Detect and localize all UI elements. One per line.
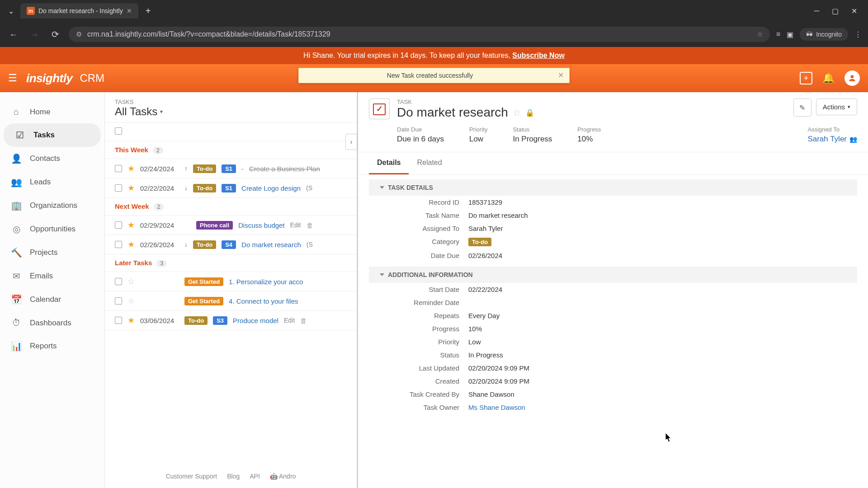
blog-link[interactable]: Blog [227, 473, 240, 480]
task-row[interactable]: ★ 02/26/2024 ↓ To-do S4 Do market resear… [105, 235, 357, 254]
task-checkbox[interactable] [115, 165, 122, 172]
section-additional-info[interactable]: ADDITIONAL INFORMATION [369, 267, 857, 283]
category-badge: Get Started [184, 277, 223, 286]
task-row[interactable]: ★ 02/24/2024 ↑ To-do S1 - Create a Busin… [105, 159, 357, 178]
summary-assigned-link[interactable]: Sarah Tyler👥 [807, 135, 857, 144]
nav-opportunities[interactable]: ◎Opportunities [0, 217, 104, 241]
detail-title: Do market research [397, 105, 508, 120]
tab-close-icon[interactable]: ✕ [127, 7, 132, 14]
task-type-icon [369, 99, 390, 119]
notifications-icon[interactable]: 🔔 [822, 72, 835, 84]
edit-link[interactable]: Edit [284, 317, 295, 324]
task-title: 1. Personalize your acco [229, 278, 303, 286]
user-avatar[interactable] [844, 70, 860, 86]
group-later-tasks: Later Tasks 3 [105, 254, 357, 272]
site-settings-icon[interactable]: ⚙ [76, 30, 82, 38]
trial-banner: Hi Shane. Your trial expires in 14 days.… [0, 47, 868, 64]
customer-support-link[interactable]: Customer Support [166, 473, 217, 480]
task-title: Discuss budget [238, 221, 285, 229]
category-badge: Get Started [184, 297, 223, 305]
detail-tabs: Details Related [358, 152, 868, 175]
task-row[interactable]: ★ 02/29/2024 Phone call Discuss budget E… [105, 216, 357, 235]
forward-button[interactable]: → [27, 27, 42, 42]
star-icon[interactable]: ☆ [127, 296, 135, 306]
field-category: To-do [468, 238, 491, 246]
list-eyebrow: TASKS [115, 99, 347, 105]
browser-tab[interactable]: in Do market research - Insightly ✕ [20, 3, 138, 19]
section-task-details[interactable]: TASK DETAILS [369, 179, 857, 196]
stage-badge: S3 [213, 316, 227, 325]
trash-icon[interactable]: 🗑 [307, 221, 313, 229]
new-tab-button[interactable]: + [141, 4, 156, 18]
task-checkbox[interactable] [115, 317, 122, 324]
add-button[interactable]: + [800, 72, 812, 84]
star-icon[interactable]: ☆ [127, 277, 135, 286]
chevron-down-icon: ▾ [160, 108, 163, 115]
back-button[interactable]: ← [6, 27, 21, 42]
list-toolbar [105, 122, 357, 141]
actions-dropdown[interactable]: Actions ▾ [816, 99, 857, 115]
select-all-checkbox[interactable] [115, 127, 122, 135]
task-checkbox[interactable] [115, 241, 122, 248]
star-icon[interactable]: ★ [127, 315, 135, 325]
task-row[interactable]: ★ 03/06/2024 To-do S3 Produce model Edit… [105, 311, 357, 330]
task-row[interactable]: ★ 02/22/2024 ↓ To-do S1 Create Logo desi… [105, 178, 357, 198]
lock-icon[interactable]: 🔒 [525, 108, 534, 117]
edit-link[interactable]: Edit [290, 221, 301, 229]
browser-menu-icon[interactable]: ⋮ [854, 30, 862, 39]
bookmark-star-icon[interactable]: ☆ [757, 30, 763, 38]
nav-emails[interactable]: ✉Emails [0, 264, 104, 288]
extensions-icon[interactable]: ≡ [776, 30, 780, 38]
nav-dashboards[interactable]: ⏱Dashboards [0, 311, 104, 334]
incognito-badge[interactable]: 🕶 Incognito [800, 28, 848, 41]
category-badge: To-do [193, 240, 216, 249]
chevron-down-icon [380, 273, 384, 276]
nav-home[interactable]: ⌂Home [0, 100, 104, 123]
footer-links: Customer Support Blog API 🤖 Andro [105, 469, 357, 483]
field-created: 02/20/2024 9:09 PM [468, 377, 529, 385]
category-badge: Phone call [196, 221, 233, 230]
list-title-dropdown[interactable]: All Tasks ▾ [115, 105, 347, 118]
favorite-star-icon[interactable]: ☆ [513, 107, 521, 118]
nav-reports[interactable]: 📊Reports [0, 334, 104, 358]
api-link[interactable]: API [250, 473, 260, 480]
subscribe-now-link[interactable]: Subscribe Now [512, 52, 565, 59]
minimize-icon[interactable]: ─ [814, 7, 819, 15]
address-bar[interactable]: ⚙ crm.na1.insightly.com/list/Task/?v=com… [69, 27, 770, 42]
app-logo[interactable]: insightly [26, 71, 72, 85]
tab-related[interactable]: Related [409, 152, 450, 174]
nav-projects[interactable]: 🔨Projects [0, 241, 104, 264]
task-checkbox[interactable] [115, 221, 122, 229]
tab-list-dropdown[interactable]: ⌄ [5, 5, 18, 17]
close-window-icon[interactable]: ✕ [851, 7, 857, 15]
star-icon[interactable]: ★ [127, 183, 135, 193]
expand-panel-icon[interactable]: › [345, 134, 357, 150]
edit-button[interactable]: ✎ [793, 99, 811, 117]
nav-calendar[interactable]: 📅Calendar [0, 288, 104, 311]
android-link[interactable]: 🤖 Andro [270, 473, 296, 480]
star-icon[interactable]: ★ [127, 239, 135, 249]
field-owner-link[interactable]: Ms Shane Dawson [468, 404, 525, 411]
organizations-icon: 🏢 [10, 200, 23, 211]
hamburger-menu-icon[interactable]: ☰ [8, 72, 17, 84]
nav-leads[interactable]: 👥Leads [0, 170, 104, 194]
nav-organizations[interactable]: 🏢Organizations [0, 194, 104, 217]
nav-tasks[interactable]: ☑Tasks [4, 123, 101, 147]
side-panel-icon[interactable]: ▣ [787, 30, 793, 39]
star-icon[interactable]: ★ [127, 164, 135, 174]
tab-favicon-icon: in [27, 7, 35, 15]
reload-button[interactable]: ⟳ [48, 27, 62, 42]
task-row[interactable]: ☆ Get Started 1. Personalize your acco [105, 272, 357, 291]
task-row[interactable]: ☆ Get Started 4. Connect to your files [105, 291, 357, 311]
nav-contacts[interactable]: 👤Contacts [0, 147, 104, 170]
priority-low-icon: ↓ [184, 184, 188, 192]
task-list-panel: TASKS All Tasks ▾ › This Week 2 ★ 02/24/… [105, 92, 357, 488]
toast-close-icon[interactable]: ✕ [558, 71, 564, 80]
task-checkbox[interactable] [115, 184, 122, 192]
star-icon[interactable]: ★ [127, 220, 135, 230]
maximize-icon[interactable]: ▢ [832, 7, 839, 15]
task-checkbox[interactable] [115, 278, 122, 285]
tab-details[interactable]: Details [369, 152, 409, 174]
task-checkbox[interactable] [115, 297, 122, 305]
trash-icon[interactable]: 🗑 [300, 317, 307, 324]
